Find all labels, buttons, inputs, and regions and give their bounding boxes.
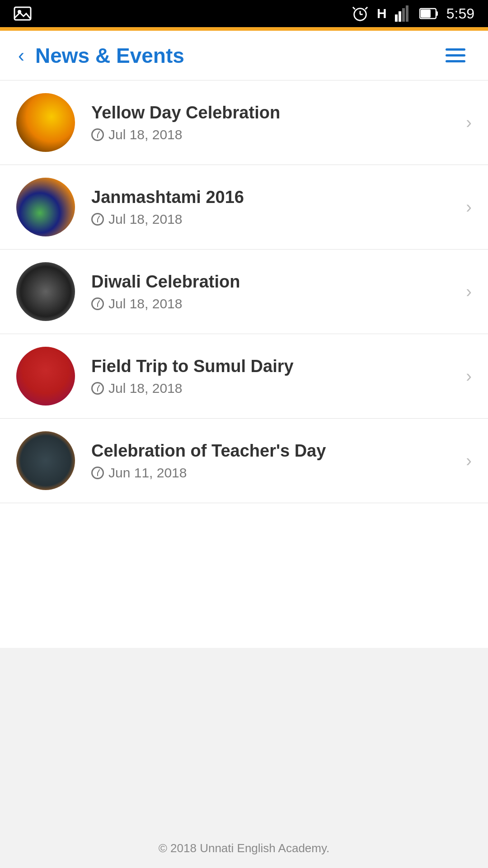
svg-rect-10: [406, 5, 408, 22]
toolbar-left: ‹ News & Events: [18, 43, 184, 68]
svg-rect-7: [395, 14, 398, 22]
news-thumbnail: [16, 431, 75, 490]
news-date: Jul 18, 2018: [91, 127, 459, 142]
chevron-right-icon: ›: [466, 113, 472, 132]
news-thumbnail: [16, 178, 75, 236]
status-bar-left: [14, 5, 32, 23]
menu-line-2: [446, 54, 465, 57]
clock-icon: [91, 128, 104, 141]
chevron-right-icon: ›: [466, 198, 472, 217]
news-content: Yellow Day Celebration Jul 18, 2018: [91, 103, 459, 142]
news-title: Field Trip to Sumul Dairy: [91, 357, 459, 376]
footer: © 2018 Unnati English Academy.: [0, 829, 488, 868]
back-button[interactable]: ‹: [18, 46, 24, 65]
chevron-right-icon: ›: [466, 451, 472, 471]
status-bar-right: H 5:59: [352, 5, 474, 22]
svg-rect-13: [421, 9, 431, 18]
news-list-item[interactable]: Diwali Celebration Jul 18, 2018 ›: [0, 250, 488, 334]
news-title: Janmashtami 2016: [91, 188, 459, 207]
news-list-item[interactable]: Janmashtami 2016 Jul 18, 2018 ›: [0, 165, 488, 250]
battery-icon: [419, 7, 438, 20]
alarm-icon: [352, 5, 369, 22]
news-thumbnail: [16, 93, 75, 152]
status-bar: H 5:59: [0, 0, 488, 27]
news-date: Jul 18, 2018: [91, 296, 459, 311]
svg-rect-9: [402, 8, 405, 22]
news-title: Celebration of Teacher's Day: [91, 441, 459, 461]
news-title: Yellow Day Celebration: [91, 103, 459, 123]
svg-rect-0: [14, 7, 31, 20]
news-content: Diwali Celebration Jul 18, 2018: [91, 272, 459, 311]
date-text: Jul 18, 2018: [108, 381, 182, 396]
toolbar: ‹ News & Events: [0, 31, 488, 80]
menu-line-3: [446, 60, 465, 62]
svg-rect-8: [399, 11, 401, 22]
clock-icon: [91, 382, 104, 395]
page-title: News & Events: [35, 43, 184, 68]
news-content: Field Trip to Sumul Dairy Jul 18, 2018: [91, 357, 459, 396]
signal-icon: [395, 5, 411, 22]
footer-text: © 2018 Unnati English Academy.: [159, 841, 330, 855]
news-list-item[interactable]: Field Trip to Sumul Dairy Jul 18, 2018 ›: [0, 334, 488, 419]
h-network-icon: H: [377, 6, 387, 21]
date-text: Jun 11, 2018: [108, 465, 187, 481]
time-display: 5:59: [446, 5, 474, 22]
svg-line-6: [365, 7, 367, 9]
news-content: Celebration of Teacher's Day Jun 11, 201…: [91, 441, 459, 481]
news-title: Diwali Celebration: [91, 272, 459, 292]
menu-button[interactable]: [441, 44, 470, 67]
news-list-item[interactable]: Yellow Day Celebration Jul 18, 2018 ›: [0, 80, 488, 165]
chevron-right-icon: ›: [466, 282, 472, 302]
chevron-right-icon: ›: [466, 367, 472, 386]
clock-icon: [91, 213, 104, 226]
news-content: Janmashtami 2016 Jul 18, 2018: [91, 188, 459, 227]
menu-line-1: [446, 48, 465, 51]
svg-line-5: [353, 7, 355, 9]
svg-rect-12: [436, 11, 438, 16]
date-text: Jul 18, 2018: [108, 212, 182, 227]
yellow-strip: [0, 27, 488, 31]
clock-icon: [91, 297, 104, 310]
content-spacer: [0, 648, 488, 829]
news-list-item[interactable]: Celebration of Teacher's Day Jun 11, 201…: [0, 419, 488, 503]
news-date: Jul 18, 2018: [91, 381, 459, 396]
image-icon: [14, 5, 32, 23]
date-text: Jul 18, 2018: [108, 296, 182, 311]
news-thumbnail: [16, 262, 75, 321]
news-list: Yellow Day Celebration Jul 18, 2018 › Ja…: [0, 80, 488, 648]
date-text: Jul 18, 2018: [108, 127, 182, 142]
news-thumbnail: [16, 347, 75, 406]
news-date: Jul 18, 2018: [91, 212, 459, 227]
news-date: Jun 11, 2018: [91, 465, 459, 481]
clock-icon: [91, 467, 104, 479]
